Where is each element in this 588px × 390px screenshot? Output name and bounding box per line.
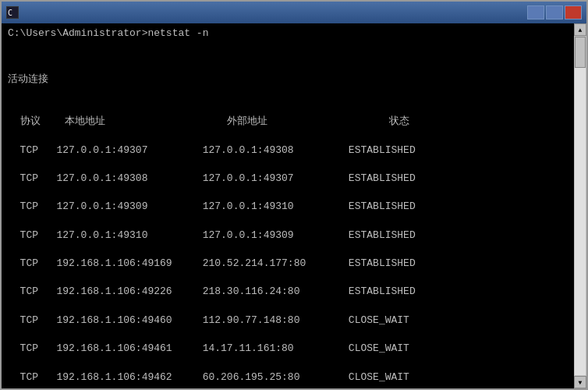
table-row: TCP 127.0.0.1:49309 127.0.0.1:49310 ESTA…	[8, 200, 568, 214]
close-button[interactable]	[565, 5, 582, 20]
scroll-up-button[interactable]: ▲	[574, 23, 586, 36]
table-row: TCP 192.168.1.106:49461 14.17.11.161:80 …	[8, 342, 568, 356]
scrollbar-track[interactable]	[575, 37, 586, 375]
column-headers: 协议 本地地址 外部地址 状态	[8, 115, 568, 129]
title-bar: C	[2, 2, 586, 23]
cmd-window: C C:\Users\Administrator>netstat -n 活动连接…	[0, 0, 588, 390]
scrollbar-thumb[interactable]	[575, 37, 586, 68]
cmd-icon: C	[6, 6, 19, 19]
table-row: TCP 192.168.1.106:49226 218.30.116.24:80…	[8, 285, 568, 299]
minimize-button[interactable]	[527, 5, 544, 20]
terminal-output: C:\Users\Administrator>netstat -n 活动连接 协…	[2, 23, 574, 388]
table-row: TCP 127.0.0.1:49310 127.0.0.1:49309 ESTA…	[8, 229, 568, 243]
scrollbar[interactable]: ▲ ▼	[574, 23, 586, 388]
section-header: 活动连接	[8, 73, 568, 87]
maximize-button[interactable]	[546, 5, 563, 20]
content-area: C:\Users\Administrator>netstat -n 活动连接 协…	[2, 23, 586, 388]
table-row: TCP 127.0.0.1:49308 127.0.0.1:49307 ESTA…	[8, 172, 568, 186]
table-row: TCP 127.0.0.1:49307 127.0.0.1:49308 ESTA…	[8, 144, 568, 158]
command-line: C:\Users\Administrator>netstat -n	[8, 27, 568, 41]
scroll-down-button[interactable]: ▼	[574, 376, 586, 388]
table-row: TCP 192.168.1.106:49169 210.52.214.177:8…	[8, 257, 568, 271]
svg-text:C: C	[8, 9, 12, 17]
table-row: TCP 192.168.1.106:49460 112.90.77.148:80…	[8, 314, 568, 328]
window-controls	[527, 5, 582, 20]
table-row: TCP 192.168.1.106:49462 60.206.195.25:80…	[8, 370, 568, 385]
